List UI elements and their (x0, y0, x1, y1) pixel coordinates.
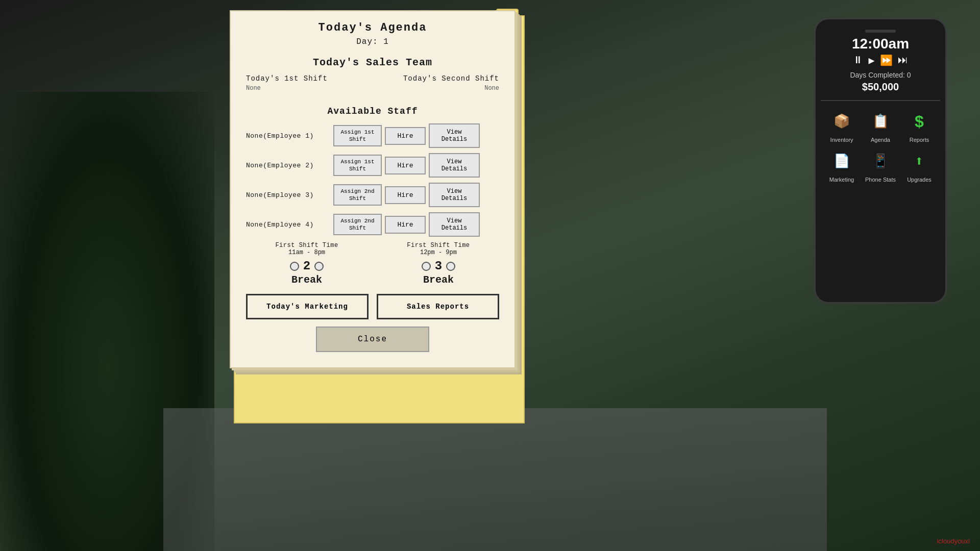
second-shift-radio-left[interactable] (422, 262, 431, 271)
first-shift-value: None (246, 85, 261, 92)
phone-divider (821, 100, 940, 101)
phone-app-agenda[interactable]: 📋 Agenda (864, 108, 897, 143)
employee-2-name: None(Employee 2) (246, 162, 330, 169)
second-shift-hours: 12pm - 9pm (378, 249, 499, 256)
second-shift-value: None (484, 85, 499, 92)
first-shift-time-block: First Shift Time 11am - 8pm 2 Break (246, 242, 368, 286)
employee-1-name: None(Employee 1) (246, 132, 330, 140)
assign-1st-shift-btn-2[interactable]: Assign 1stShift (333, 155, 382, 177)
agenda-label: Agenda (871, 137, 890, 143)
first-shift-radio-right[interactable] (314, 262, 324, 271)
first-shift-time-label: First Shift Time (246, 242, 368, 249)
marketing-button[interactable]: Today's Marketing (246, 294, 369, 319)
inventory-icon: 📦 (828, 108, 855, 135)
assign-1st-shift-btn-1[interactable]: Assign 1stShift (333, 125, 382, 147)
inventory-label: Inventory (830, 137, 853, 143)
hire-btn-3[interactable]: Hire (385, 186, 426, 204)
close-button[interactable]: Close (316, 327, 429, 352)
employee-3-name: None(Employee 3) (246, 191, 330, 199)
phone-app-grid: 📦 Inventory 📋 Agenda $ Reports 📄 Marketi… (821, 108, 940, 183)
upgrades-icon: ⬆ (906, 148, 933, 174)
agenda-panel: Today's Agenda Day: 1 Today's Sales Team… (230, 10, 516, 368)
employee-row-2: None(Employee 2) Assign 1stShift Hire Vi… (246, 153, 499, 178)
play-button[interactable]: ▶ (868, 54, 874, 67)
first-shift-counter-row: 2 (246, 259, 368, 273)
marketing-label: Marketing (829, 177, 854, 183)
phone-app-phonestats[interactable]: 📱 Phone Stats (864, 148, 897, 183)
phone-top-bar (821, 30, 940, 33)
sales-team-title: Today's Sales Team (246, 57, 499, 68)
assign-2nd-shift-btn-3[interactable]: Assign 2ndShift (333, 184, 382, 206)
first-shift-hours: 11am - 8pm (246, 249, 368, 256)
view-details-btn-1[interactable]: View Details (429, 123, 480, 148)
assign-2nd-shift-btn-4[interactable]: Assign 2ndShift (333, 214, 382, 236)
sales-reports-button[interactable]: Sales Reports (377, 294, 499, 319)
phone-days-completed: Days Completed: 0 (821, 71, 940, 79)
pause-button[interactable]: ⏸ (853, 54, 863, 67)
phone-time: 12:00am (821, 36, 940, 52)
second-shift-time-block: First Shift Time 12pm - 9pm 3 Break (378, 242, 499, 286)
ground-decoration (163, 408, 827, 551)
phone-money: $50,000 (821, 81, 940, 93)
employee-row-3: None(Employee 3) Assign 2ndShift Hire Vi… (246, 183, 499, 207)
hire-btn-1[interactable]: Hire (385, 127, 426, 145)
second-shift-break: Break (378, 274, 499, 286)
phone-app-marketing[interactable]: 📄 Marketing (825, 148, 859, 183)
view-details-btn-2[interactable]: View Details (429, 153, 480, 178)
first-shift-label: Today's 1st Shift (246, 74, 328, 83)
employee-row-4: None(Employee 4) Assign 2ndShift Hire Vi… (246, 212, 499, 237)
view-details-btn-4[interactable]: View Details (429, 212, 480, 237)
phone-controls[interactable]: ⏸ ▶ ⏩ ⏭ (821, 54, 940, 67)
watermark: icloudyouxi (937, 537, 970, 545)
phonestats-label: Phone Stats (865, 177, 896, 183)
second-shift-time-label: First Shift Time (378, 242, 499, 249)
first-shift-count: 2 (303, 259, 310, 273)
phone-speaker (865, 30, 896, 33)
close-btn-row: Close (246, 327, 499, 352)
reports-icon: $ (906, 108, 933, 135)
second-shift-count: 3 (435, 259, 442, 273)
phone-app-reports[interactable]: $ Reports (902, 108, 936, 143)
agenda-title: Today's Agenda (246, 21, 499, 34)
available-staff-title: Available Staff (246, 106, 499, 116)
upgrades-label: Upgrades (907, 177, 932, 183)
second-shift-counter-row: 3 (378, 259, 499, 273)
reports-label: Reports (910, 137, 929, 143)
phonestats-icon: 📱 (867, 148, 894, 174)
phone-app-upgrades[interactable]: ⬆ Upgrades (902, 148, 936, 183)
hire-btn-2[interactable]: Hire (385, 157, 426, 174)
bottom-action-buttons: Today's Marketing Sales Reports (246, 294, 499, 319)
shift-times-section: First Shift Time 11am - 8pm 2 Break Firs… (246, 242, 499, 286)
hire-btn-4[interactable]: Hire (385, 216, 426, 234)
second-shift-radio-right[interactable] (446, 262, 455, 271)
first-shift-break: Break (246, 274, 368, 286)
phone-app-inventory[interactable]: 📦 Inventory (825, 108, 859, 143)
marketing-icon: 📄 (828, 148, 855, 174)
employee-row-1: None(Employee 1) Assign 1stShift Hire Vi… (246, 123, 499, 148)
agenda-icon: 📋 (867, 108, 894, 135)
employee-4-name: None(Employee 4) (246, 221, 330, 229)
phone-widget: 12:00am ⏸ ▶ ⏩ ⏭ Days Completed: 0 $50,00… (814, 18, 947, 304)
first-shift-radio-left[interactable] (290, 262, 299, 271)
view-details-btn-3[interactable]: View Details (429, 183, 480, 207)
second-shift-label: Today's Second Shift (403, 74, 499, 83)
skip-button[interactable]: ⏭ (898, 54, 908, 67)
agenda-day: Day: 1 (246, 37, 499, 46)
fast-forward-button[interactable]: ⏩ (880, 54, 893, 67)
